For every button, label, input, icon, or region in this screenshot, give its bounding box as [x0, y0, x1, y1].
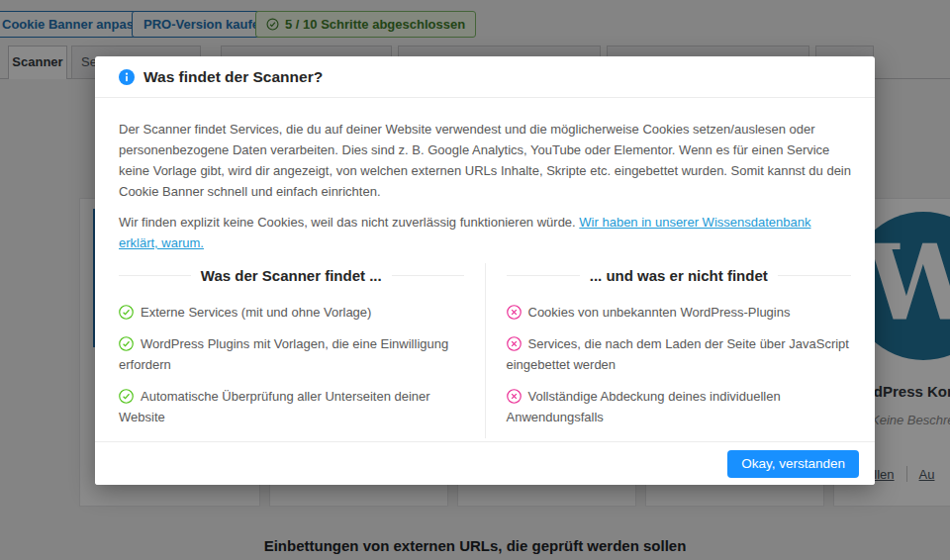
okay-understood-button[interactable]: Okay, verstanden	[727, 450, 859, 478]
divider-line	[119, 275, 191, 276]
modal-header: Was findet der Scanner?	[95, 56, 875, 98]
scanner-columns: Was der Scanner findet ... Externe Servi…	[119, 263, 851, 438]
finds-item-text: Externe Services (mit und ohne Vorlage)	[141, 305, 371, 320]
finds-not-item-text: Vollständige Abdeckung deines individuel…	[507, 389, 781, 424]
divider-line	[392, 275, 464, 276]
finds-not-heading: ... und was er nicht findet	[590, 265, 768, 286]
scanner-info-modal: Was findet der Scanner? Der Scanner find…	[95, 56, 875, 485]
modal-footer: Okay, verstanden	[95, 441, 875, 485]
cookies-note-text: Wir finden explizit keine Cookies, weil …	[119, 215, 576, 230]
cookies-note-paragraph: Wir finden explizit keine Cookies, weil …	[119, 212, 851, 253]
intro-paragraph: Der Scanner findet Services, die du auf …	[119, 119, 851, 202]
finds-item-text: Automatische Überprüfung aller Unterseit…	[119, 389, 430, 424]
finds-not-item-text: Cookies von unbekannten WordPress-Plugin…	[528, 305, 791, 320]
finds-heading: Was der Scanner findet ...	[201, 265, 382, 286]
finds-not-item: Services, die nach dem Laden der Seite ü…	[507, 333, 852, 375]
close-circle-icon	[507, 389, 522, 404]
close-circle-icon	[507, 336, 522, 351]
info-icon	[119, 69, 135, 85]
modal-body: Der Scanner findet Services, die du auf …	[95, 98, 875, 485]
finds-item-text: WordPress Plugins mit Vorlagen, die eine…	[119, 336, 448, 372]
modal-title: Was findet der Scanner?	[143, 68, 323, 86]
check-circle-icon	[119, 336, 134, 351]
admin-page: Cookie Banner anpassen PRO-Version kaufe…	[0, 0, 950, 560]
finds-item: Externe Services (mit und ohne Vorlage)	[119, 302, 464, 323]
finds-not-item: Cookies von unbekannten WordPress-Plugin…	[507, 302, 852, 323]
finds-item: WordPress Plugins mit Vorlagen, die eine…	[119, 333, 464, 375]
divider-line	[778, 275, 851, 276]
finds-heading-divider: Was der Scanner findet ...	[119, 265, 464, 286]
check-circle-icon	[119, 305, 134, 320]
finds-not-heading-divider: ... und was er nicht findet	[507, 265, 852, 286]
check-circle-icon	[119, 389, 134, 404]
finds-not-column: ... und was er nicht findet Cookies von …	[486, 263, 852, 438]
finds-item: Automatische Überprüfung aller Unterseit…	[119, 386, 464, 427]
finds-not-item: Vollständige Abdeckung deines individuel…	[507, 386, 852, 427]
finds-not-item-text: Services, die nach dem Laden der Seite ü…	[507, 336, 849, 372]
finds-column: Was der Scanner findet ... Externe Servi…	[119, 263, 486, 438]
close-circle-icon	[507, 305, 522, 320]
divider-line	[507, 275, 580, 276]
